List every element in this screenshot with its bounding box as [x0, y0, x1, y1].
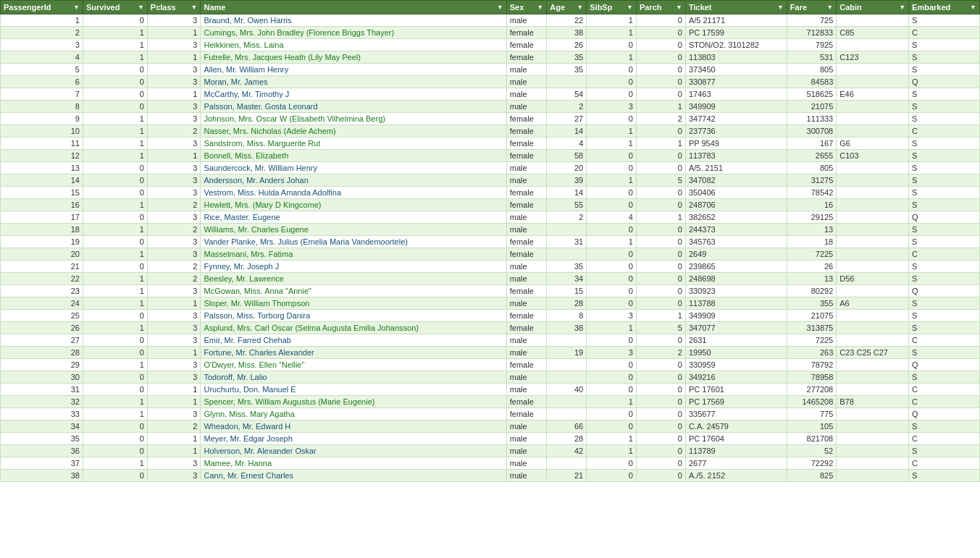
table-cell: 1 [587, 51, 637, 64]
table-row[interactable]: 2913O'Dwyer, Miss. Ellen "Nellie"female0… [1, 359, 980, 371]
table-row[interactable]: 503Allen, Mr. William Henrymale350037345… [1, 64, 980, 76]
table-row[interactable]: 411Futrelle, Mrs. Jacques Heath (Lily Ma… [1, 51, 980, 64]
table-row[interactable]: 1903Vander Planke, Mrs. Julius (Emelia M… [1, 236, 980, 248]
table-cell: Q [909, 211, 980, 224]
table-row[interactable]: 3211Spencer, Mrs. William Augustus (Mari… [1, 396, 980, 408]
table-cell: 313875 [787, 322, 836, 334]
table-cell: 347077 [685, 322, 787, 334]
table-row[interactable]: 2102Fynney, Mr. Joseph Jmale350023986526… [1, 261, 980, 273]
table-row[interactable]: 1403Andersson, Mr. Anders Johanmale39153… [1, 174, 980, 187]
table-row[interactable]: 313Heikkinen, Miss. Lainafemale2600STON/… [1, 39, 980, 51]
table-cell: E46 [837, 88, 909, 101]
table-row[interactable]: 2212Beesley, Mr. Lawrencemale34002486981… [1, 273, 980, 285]
table-row[interactable]: 2411Sloper, Mr. William Thompsonmale2800… [1, 297, 980, 310]
table-cell: 5 [636, 322, 685, 334]
table-cell: 2 [636, 113, 685, 125]
col-survived[interactable]: Survived ▼ [83, 1, 147, 14]
table-cell [837, 101, 909, 113]
table-row[interactable]: 1211Bonnell, Miss. Elizabethfemale580011… [1, 150, 980, 162]
col-survived-label: Survived [86, 3, 120, 12]
table-cell: 0 [636, 384, 685, 396]
table-row[interactable]: 3803Cann, Mr. Ernest Charlesmale2100A./5… [1, 470, 980, 482]
col-ticket[interactable]: Ticket ▼ [685, 1, 787, 14]
col-passengerid-label: PassengerId [4, 3, 51, 12]
table-row[interactable]: 1303Saundercock, Mr. William Henrymale20… [1, 162, 980, 174]
table-cell [547, 248, 587, 261]
table-row[interactable]: 3501Meyer, Mr. Edgar Josephmale2810PC 17… [1, 433, 980, 445]
table-row[interactable]: 701McCarthy, Mr. Timothy Jmale5400174635… [1, 88, 980, 101]
col-name[interactable]: Name ▼ [201, 1, 506, 14]
table-row[interactable]: 3313Glynn, Miss. Mary Agathafemale003356… [1, 408, 980, 420]
table-row[interactable]: 2801Fortune, Mr. Charles Alexandermale19… [1, 347, 980, 359]
table-row[interactable]: 1503Vestrom, Miss. Hulda Amanda Adolfina… [1, 187, 980, 199]
col-age[interactable]: Age ▼ [547, 1, 587, 14]
col-pclass[interactable]: Pclass ▼ [147, 1, 201, 14]
table-row[interactable]: 2703Emir, Mr. Farred Chehabmale002631722… [1, 334, 980, 347]
table-cell: O'Dwyer, Miss. Ellen "Nellie" [201, 359, 506, 371]
table-cell: 0 [636, 39, 685, 51]
table-cell: 0 [83, 88, 147, 101]
table-row[interactable]: 603Moran, Mr. Jamesmale0033087784583Q [1, 76, 980, 88]
col-fare[interactable]: Fare ▼ [787, 1, 836, 14]
table-cell: PC 17569 [685, 396, 787, 408]
col-passengerid[interactable]: PassengerId ▼ [1, 1, 83, 14]
table-cell: 805 [787, 64, 836, 76]
table-cell: 821708 [787, 433, 836, 445]
table-row[interactable]: 3003Todoroff, Mr. Laliomale0034921678958… [1, 371, 980, 384]
col-sibsp[interactable]: SibSp ▼ [587, 1, 637, 14]
table-cell: 0 [636, 359, 685, 371]
table-cell: 25 [1, 310, 83, 322]
table-row[interactable]: 1113Sandstrom, Miss. Marguerite Rutfemal… [1, 138, 980, 150]
table-cell: S [909, 273, 980, 285]
table-row[interactable]: 3402Wheadon, Mr. Edward Hmale6600C.A. 24… [1, 420, 980, 433]
table-row[interactable]: 2313McGowan, Miss. Anna "Annie"female150… [1, 285, 980, 297]
table-row[interactable]: 913Johnson, Mrs. Oscar W (Elisabeth Vilh… [1, 113, 980, 125]
table-cell: 1 [147, 150, 201, 162]
table-row[interactable]: 803Palsson, Master. Gosta Leonardmale231… [1, 101, 980, 113]
table-cell: 31275 [787, 174, 836, 187]
table-cell: 0 [636, 199, 685, 211]
table-row[interactable]: 3101Uruchurtu, Don. Manuel Emale4000PC 1… [1, 384, 980, 396]
table-cell: 1 [147, 88, 201, 101]
table-row[interactable]: 2613Asplund, Mrs. Carl Oscar (Selma Augu… [1, 322, 980, 334]
table-cell: S [909, 199, 980, 211]
col-parch[interactable]: Parch ▼ [636, 1, 685, 14]
col-embarked[interactable]: Embarked ▼ [909, 1, 980, 14]
table-cell: 1 [83, 199, 147, 211]
table-cell: 3 [147, 174, 201, 187]
table-cell: 0 [636, 408, 685, 420]
table-cell: 22 [1, 273, 83, 285]
table-row[interactable]: 1612Hewlett, Mrs. (Mary D Kingcome)femal… [1, 199, 980, 211]
table-row[interactable]: 2503Palsson, Miss. Torborg Danirafemale8… [1, 310, 980, 322]
table-cell: 5 [1, 64, 83, 76]
table-row[interactable]: 3601Holverson, Mr. Alexander Oskarmale42… [1, 445, 980, 457]
table-row[interactable]: 1012Nasser, Mrs. Nicholas (Adele Achem)f… [1, 125, 980, 138]
table-cell: 3 [587, 310, 637, 322]
table-cell: 0 [587, 273, 637, 285]
table-cell: male [506, 445, 546, 457]
table-cell: 3 [147, 310, 201, 322]
col-sex[interactable]: Sex ▼ [506, 1, 546, 14]
table-cell: 1 [587, 236, 637, 248]
col-cabin[interactable]: Cabin ▼ [837, 1, 909, 14]
table-row[interactable]: 1812Williams, Mr. Charles Eugenemale0024… [1, 224, 980, 236]
table-row[interactable]: 2013Masselmani, Mrs. Fatimafemale0026497… [1, 248, 980, 261]
table-cell: Q [909, 76, 980, 88]
col-ticket-sort: ▼ [777, 4, 784, 11]
table-cell: 3 [147, 470, 201, 482]
table-cell: 20 [547, 162, 587, 174]
data-table: PassengerId ▼ Survived ▼ Pclass ▼ Name [0, 0, 980, 482]
table-cell: 26 [787, 261, 836, 273]
table-cell: Williams, Mr. Charles Eugene [201, 224, 506, 236]
table-row[interactable]: 3713Mamee, Mr. Hannamale00267772292C [1, 457, 980, 470]
table-cell [837, 433, 909, 445]
table-cell [837, 187, 909, 199]
table-cell: 3 [147, 322, 201, 334]
table-row[interactable]: 211Cumings, Mrs. John Bradley (Florence … [1, 27, 980, 39]
table-cell: 263 [787, 347, 836, 359]
table-row[interactable]: 1703Rice, Master. Eugenemale241382652291… [1, 211, 980, 224]
table-cell: 0 [83, 470, 147, 482]
table-cell: 29125 [787, 211, 836, 224]
table-row[interactable]: 103Braund, Mr. Owen Harrismale2210A/5 21… [1, 14, 980, 27]
table-cell: S [909, 64, 980, 76]
